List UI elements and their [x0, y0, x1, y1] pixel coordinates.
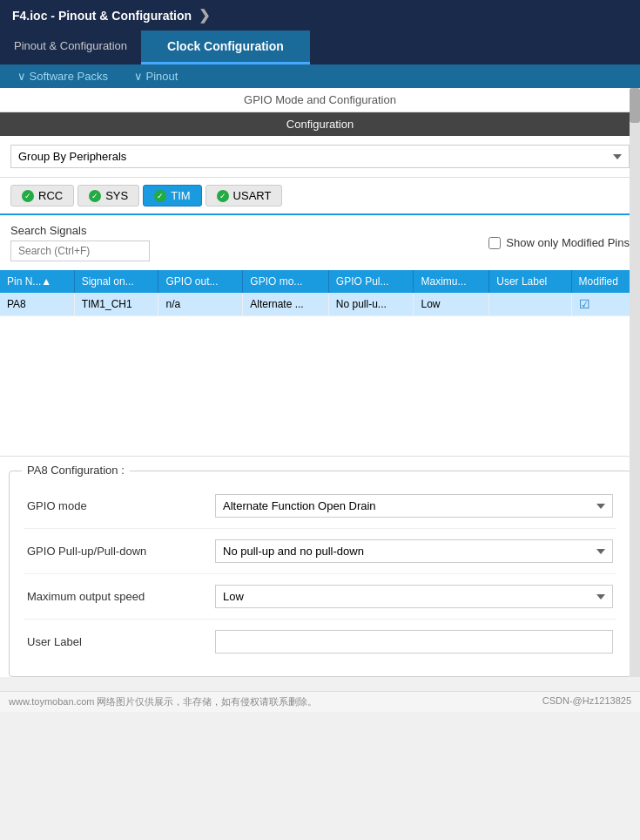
config-row-user-label: User Label [24, 620, 616, 664]
ptab-rcc-label: RCC [38, 189, 63, 202]
user-label-input[interactable] [215, 630, 613, 654]
sub-nav-software-packs[interactable]: ∨ Software Packs [17, 70, 108, 83]
ptab-tim-dot: ✓ [154, 190, 166, 202]
cell-maximum: Low [414, 293, 489, 316]
tab-pinout-config[interactable]: Pinout & Configuration [0, 30, 141, 64]
tab-pinout-label: Pinout & Configuration [14, 39, 127, 52]
config-row-gpio-pull: GPIO Pull-up/Pull-down No pull-up and no… [24, 529, 616, 574]
ptab-sys[interactable]: ✓ SYS [77, 185, 139, 207]
config-row-max-speed: Maximum output speed Low Medium High Ver… [24, 574, 616, 620]
section-title: GPIO Mode and Configuration [0, 88, 640, 112]
ptab-usart[interactable]: ✓ USART [205, 185, 283, 207]
table-header-row: Pin N...▲ Signal on... GPIO out... GPIO … [0, 270, 640, 293]
ptab-sys-dot: ✓ [89, 190, 101, 202]
gpio-mode-label: GPIO mode [27, 499, 201, 512]
ptab-tim-label: TIM [171, 189, 190, 202]
ptab-usart-label: USART [233, 189, 272, 202]
col-maximum: Maximu... [414, 270, 489, 293]
table-row[interactable]: PA8 TIM1_CH1 n/a Alternate ... No pull-u… [0, 293, 640, 316]
cell-gpio-pull: No pull-u... [328, 293, 414, 316]
sub-nav-software-packs-label: ∨ Software Packs [17, 70, 108, 83]
group-by-dropdown[interactable]: Group By Peripherals Group By Mode [10, 145, 630, 168]
tab-clock-label: Clock Configuration [167, 39, 284, 53]
col-pin-name: Pin N...▲ [0, 270, 74, 293]
footer-left: www.toymoban.com 网络图片仅供展示，非存储，如有侵权请联系删除。 [9, 695, 317, 708]
footer: www.toymoban.com 网络图片仅供展示，非存储，如有侵权请联系删除。… [0, 691, 640, 712]
cell-signal-on: TIM1_CH1 [74, 293, 158, 316]
ptab-rcc-dot: ✓ [22, 190, 34, 202]
vertical-scrollbar[interactable] [630, 88, 640, 677]
pa8-config-legend: PA8 Configuration : [22, 464, 130, 477]
col-gpio-output: GPIO out... [158, 270, 243, 293]
ptab-usart-dot: ✓ [217, 190, 229, 202]
gpio-mode-value: Alternate Function Open Drain Alternate … [215, 494, 613, 518]
gpio-pull-label: GPIO Pull-up/Pull-down [27, 545, 201, 558]
tab-clock-config[interactable]: Clock Configuration [141, 30, 310, 64]
pa8-config-section: PA8 Configuration : GPIO mode Alternate … [9, 471, 631, 677]
footer-right: CSDN-@Hz1213825 [542, 695, 631, 708]
cell-pin-name: PA8 [0, 293, 74, 316]
show-modified-checkbox[interactable] [488, 237, 501, 249]
show-modified-row: Show only Modified Pins [488, 236, 630, 249]
col-gpio-mode: GPIO mo... [243, 270, 329, 293]
ptab-tim[interactable]: ✓ TIM [143, 185, 201, 207]
gpio-table: Pin N...▲ Signal on... GPIO out... GPIO … [0, 270, 640, 316]
col-user-label: User Label [489, 270, 571, 293]
ptab-rcc[interactable]: ✓ RCC [10, 185, 74, 207]
max-speed-select[interactable]: Low Medium High Very High [215, 585, 613, 608]
search-input[interactable] [10, 240, 150, 261]
col-gpio-pull: GPIO Pul... [328, 270, 414, 293]
top-nav: Pinout & Configuration Clock Configurati… [0, 30, 640, 64]
peripheral-tabs: ✓ RCC ✓ SYS ✓ TIM ✓ USART [0, 178, 640, 215]
user-label-label: User Label [27, 635, 201, 648]
sub-nav-pinout[interactable]: ∨ Pinout [134, 70, 178, 83]
cell-gpio-output: n/a [158, 293, 243, 316]
table-scroll-area[interactable]: Pin N...▲ Signal on... GPIO out... GPIO … [0, 270, 640, 457]
max-speed-label: Maximum output speed [27, 590, 201, 603]
title-bar-chevron: ❯ [199, 7, 210, 24]
config-header: Configuration [0, 112, 640, 136]
modified-check-icon: ☑ [579, 297, 590, 311]
col-signal-on: Signal on... [74, 270, 158, 293]
gpio-pull-value: No pull-up and no pull-down Pull-up Pull… [215, 539, 613, 563]
show-modified-label: Show only Modified Pins [506, 236, 630, 249]
gpio-pull-select[interactable]: No pull-up and no pull-down Pull-up Pull… [215, 539, 613, 563]
user-label-value [215, 630, 613, 654]
gpio-mode-select[interactable]: Alternate Function Open Drain Alternate … [215, 494, 613, 518]
sub-nav: ∨ Software Packs ∨ Pinout [0, 64, 640, 88]
search-row: Search Signals Show only Modified Pins [0, 215, 640, 270]
ptab-sys-label: SYS [105, 189, 128, 202]
title-bar-text: F4.ioc - Pinout & Configuration [12, 9, 192, 23]
search-label: Search Signals [10, 224, 150, 237]
max-speed-value: Low Medium High Very High [215, 585, 613, 608]
group-by-row: Group By Peripherals Group By Mode [0, 136, 640, 178]
title-bar: F4.ioc - Pinout & Configuration ❯ [0, 0, 640, 30]
search-wrap: Search Signals [10, 224, 150, 261]
scrollbar-thumb[interactable] [630, 88, 640, 123]
main-content: GPIO Mode and Configuration Configuratio… [0, 88, 640, 677]
sub-nav-pinout-label: ∨ Pinout [134, 70, 178, 83]
config-row-gpio-mode: GPIO mode Alternate Function Open Drain … [24, 484, 616, 529]
cell-gpio-mode: Alternate ... [243, 293, 329, 316]
cell-user-label [489, 293, 571, 316]
